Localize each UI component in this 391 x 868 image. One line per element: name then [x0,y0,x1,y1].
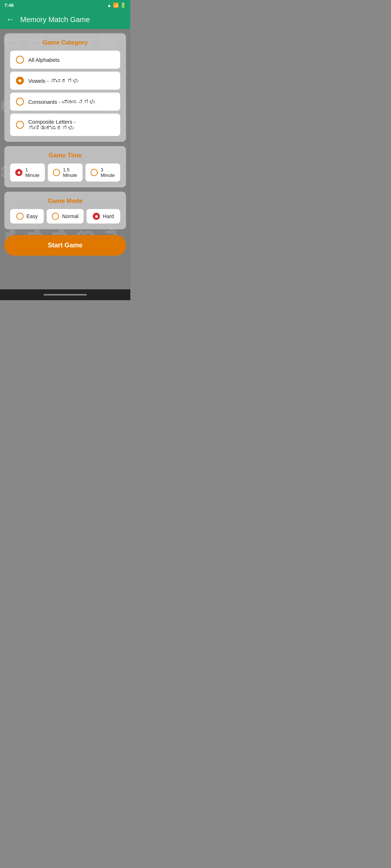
home-bar [43,294,87,295]
status-time: 7:46 [4,3,14,8]
time-1min[interactable]: 1 Minute [10,163,45,182]
game-mode-title: Game Mode [10,197,120,205]
category-consonants-label: Consonants - ವ್ಯಂಜನಗಳು [28,99,95,105]
start-game-button[interactable]: Start Game [4,235,126,256]
time-radio-1min [15,169,22,176]
battery-icon: 🔋 [120,3,126,8]
app-bar: ← Memory Match Game [0,10,130,29]
back-button[interactable]: ← [4,14,16,25]
radio-vowels [16,77,24,85]
mode-radio-hard [93,213,100,220]
content-area: ಅ ಆ ಇ ಈ ಉ ಊ ಕ ಖ ಗ ಘ ಚ ಛ ಜ ಝ ಟ ಠ ಡ ಢ ಣ ತ … [0,29,130,289]
mode-normal-label: Normal [62,213,78,219]
mode-radio-normal [52,213,59,220]
app-bar-title: Memory Match Game [20,16,90,24]
time-1-5min[interactable]: 1.5 Minute [48,163,83,182]
wifi-icon: ▲ [107,3,112,8]
mode-easy[interactable]: Easy [10,209,44,224]
home-indicator [0,289,130,300]
mode-options: Easy Normal Hard [10,209,120,224]
signal-icon: 📶 [113,3,119,8]
time-3min[interactable]: 3 Minute [85,163,120,182]
category-consonants[interactable]: Consonants - ವ್ಯಂಜನಗಳು [10,93,120,111]
game-category-section: Game Category All Alphabets Vowels - ಸ್ವ… [4,33,126,142]
status-icons: ▲ 📶 🔋 [107,3,126,8]
category-all-alphabets-label: All Alphabets [28,57,60,63]
category-composite[interactable]: Composite Letters - ಗುಣಿತಾಕ್ಷರಗಳು [10,114,120,136]
mode-hard[interactable]: Hard [87,209,120,224]
mode-radio-easy [16,213,24,220]
time-options: 1 Minute 1.5 Minute 3 Minute [10,163,120,182]
time-1-5min-label: 1.5 Minute [63,167,77,178]
time-radio-1-5min [53,169,60,176]
game-time-section: Game Time 1 Minute 1.5 Minute 3 Minute [4,146,126,187]
radio-consonants [16,98,24,106]
category-vowels[interactable]: Vowels - ಸ್ವರಗಳು [10,72,120,90]
mode-hard-label: Hard [103,213,114,219]
status-bar: 7:46 ▲ 📶 🔋 [0,0,130,10]
time-1min-label: 1 Minute [25,167,40,178]
radio-all-alphabets [16,56,24,64]
category-all-alphabets[interactable]: All Alphabets [10,51,120,69]
time-3min-label: 3 Minute [101,167,115,178]
radio-composite [16,121,24,129]
game-time-title: Game Time [10,152,120,159]
category-vowels-label: Vowels - ಸ್ವರಗಳು [28,78,78,84]
time-radio-3min [91,169,98,176]
game-mode-section: Game Mode Easy Normal Hard [4,192,126,229]
category-composite-label: Composite Letters - ಗುಣಿತಾಕ್ಷರಗಳು [28,119,114,131]
mode-easy-label: Easy [26,213,38,219]
back-icon: ← [6,15,14,24]
game-category-title: Game Category [10,39,120,46]
mode-normal[interactable]: Normal [47,209,83,224]
